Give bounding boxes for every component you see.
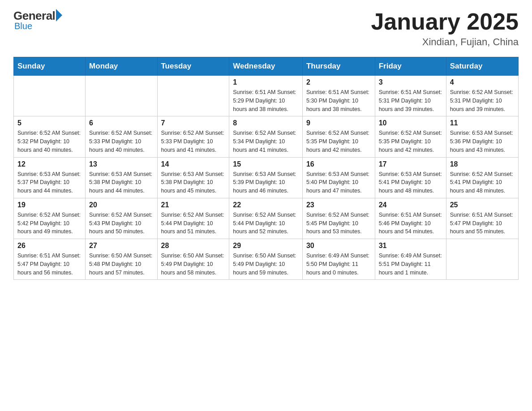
calendar-header-row: SundayMondayTuesdayWednesdayThursdayFrid…: [14, 57, 519, 76]
day-info: Sunrise: 6:53 AM Sunset: 5:38 PM Dayligh…: [89, 170, 153, 195]
calendar-cell: 9Sunrise: 6:52 AM Sunset: 5:35 PM Daylig…: [302, 116, 375, 157]
calendar-cell: 5Sunrise: 6:52 AM Sunset: 5:32 PM Daylig…: [14, 116, 86, 157]
day-info: Sunrise: 6:52 AM Sunset: 5:41 PM Dayligh…: [450, 170, 515, 195]
day-number: 23: [306, 201, 371, 209]
calendar-cell: 11Sunrise: 6:53 AM Sunset: 5:36 PM Dayli…: [446, 116, 518, 157]
calendar-cell: 1Sunrise: 6:51 AM Sunset: 5:29 PM Daylig…: [229, 76, 303, 116]
calendar-cell: 2Sunrise: 6:51 AM Sunset: 5:30 PM Daylig…: [302, 76, 375, 116]
day-info: Sunrise: 6:51 AM Sunset: 5:30 PM Dayligh…: [306, 88, 371, 113]
day-number: 26: [17, 242, 82, 250]
day-number: 9: [306, 119, 371, 127]
column-header-friday: Friday: [375, 57, 446, 76]
day-number: 17: [379, 160, 442, 168]
day-info: Sunrise: 6:52 AM Sunset: 5:44 PM Dayligh…: [161, 211, 226, 236]
calendar-cell: 6Sunrise: 6:52 AM Sunset: 5:33 PM Daylig…: [86, 116, 157, 157]
column-header-thursday: Thursday: [302, 57, 375, 76]
column-header-saturday: Saturday: [446, 57, 518, 76]
logo-blue-text: Blue: [14, 21, 32, 31]
day-info: Sunrise: 6:52 AM Sunset: 5:33 PM Dayligh…: [89, 129, 153, 154]
day-info: Sunrise: 6:52 AM Sunset: 5:44 PM Dayligh…: [233, 211, 299, 236]
day-info: Sunrise: 6:52 AM Sunset: 5:35 PM Dayligh…: [306, 129, 371, 154]
day-info: Sunrise: 6:51 AM Sunset: 5:47 PM Dayligh…: [17, 252, 82, 277]
day-info: Sunrise: 6:52 AM Sunset: 5:45 PM Dayligh…: [306, 211, 371, 236]
page-header: General Blue January 2025 Xindian, Fujia…: [13, 9, 519, 48]
calendar-week-row: 1Sunrise: 6:51 AM Sunset: 5:29 PM Daylig…: [14, 76, 519, 116]
calendar-cell: 18Sunrise: 6:52 AM Sunset: 5:41 PM Dayli…: [446, 157, 518, 198]
calendar-week-row: 19Sunrise: 6:52 AM Sunset: 5:42 PM Dayli…: [14, 198, 519, 239]
calendar-cell: 26Sunrise: 6:51 AM Sunset: 5:47 PM Dayli…: [14, 239, 86, 280]
calendar-table: SundayMondayTuesdayWednesdayThursdayFrid…: [13, 57, 519, 280]
calendar-cell: 22Sunrise: 6:52 AM Sunset: 5:44 PM Dayli…: [229, 198, 303, 239]
day-number: 20: [89, 201, 153, 209]
day-info: Sunrise: 6:52 AM Sunset: 5:33 PM Dayligh…: [161, 129, 226, 154]
calendar-cell: 3Sunrise: 6:51 AM Sunset: 5:31 PM Daylig…: [375, 76, 446, 116]
day-number: 12: [17, 160, 82, 168]
day-number: 28: [161, 242, 226, 250]
calendar-cell: 21Sunrise: 6:52 AM Sunset: 5:44 PM Dayli…: [157, 198, 229, 239]
day-number: 3: [379, 78, 442, 86]
day-number: 29: [233, 242, 299, 250]
day-number: 6: [89, 119, 153, 127]
day-number: 30: [306, 242, 371, 250]
day-number: 18: [450, 160, 515, 168]
column-header-wednesday: Wednesday: [229, 57, 303, 76]
day-number: 22: [233, 201, 299, 209]
calendar-cell: 15Sunrise: 6:53 AM Sunset: 5:39 PM Dayli…: [229, 157, 303, 198]
day-info: Sunrise: 6:50 AM Sunset: 5:49 PM Dayligh…: [233, 252, 299, 277]
day-number: 16: [306, 160, 371, 168]
calendar-cell: 28Sunrise: 6:50 AM Sunset: 5:49 PM Dayli…: [157, 239, 229, 280]
day-info: Sunrise: 6:53 AM Sunset: 5:37 PM Dayligh…: [17, 170, 82, 195]
calendar-cell: [14, 76, 86, 116]
month-year-title: January 2025: [371, 9, 519, 34]
calendar-cell: 27Sunrise: 6:50 AM Sunset: 5:48 PM Dayli…: [86, 239, 157, 280]
day-info: Sunrise: 6:53 AM Sunset: 5:36 PM Dayligh…: [450, 129, 515, 154]
calendar-cell: 16Sunrise: 6:53 AM Sunset: 5:40 PM Dayli…: [302, 157, 375, 198]
day-number: 11: [450, 119, 515, 127]
calendar-cell: 25Sunrise: 6:51 AM Sunset: 5:47 PM Dayli…: [446, 198, 518, 239]
calendar-cell: 29Sunrise: 6:50 AM Sunset: 5:49 PM Dayli…: [229, 239, 303, 280]
day-info: Sunrise: 6:51 AM Sunset: 5:46 PM Dayligh…: [379, 211, 442, 236]
day-number: 14: [161, 160, 226, 168]
day-info: Sunrise: 6:49 AM Sunset: 5:50 PM Dayligh…: [306, 252, 371, 277]
day-number: 13: [89, 160, 153, 168]
day-number: 19: [17, 201, 82, 209]
day-info: Sunrise: 6:53 AM Sunset: 5:39 PM Dayligh…: [233, 170, 299, 195]
column-header-tuesday: Tuesday: [157, 57, 229, 76]
column-header-sunday: Sunday: [14, 57, 86, 76]
calendar-cell: 13Sunrise: 6:53 AM Sunset: 5:38 PM Dayli…: [86, 157, 157, 198]
column-header-monday: Monday: [86, 57, 157, 76]
calendar-cell: 4Sunrise: 6:52 AM Sunset: 5:31 PM Daylig…: [446, 76, 518, 116]
location-subtitle: Xindian, Fujian, China: [371, 36, 519, 48]
day-info: Sunrise: 6:53 AM Sunset: 5:40 PM Dayligh…: [306, 170, 371, 195]
calendar-cell: [86, 76, 157, 116]
day-info: Sunrise: 6:50 AM Sunset: 5:49 PM Dayligh…: [161, 252, 226, 277]
day-number: 21: [161, 201, 226, 209]
day-number: 8: [233, 119, 299, 127]
day-info: Sunrise: 6:52 AM Sunset: 5:31 PM Dayligh…: [450, 88, 515, 113]
day-info: Sunrise: 6:51 AM Sunset: 5:29 PM Dayligh…: [233, 88, 299, 113]
calendar-cell: 7Sunrise: 6:52 AM Sunset: 5:33 PM Daylig…: [157, 116, 229, 157]
day-info: Sunrise: 6:53 AM Sunset: 5:41 PM Dayligh…: [379, 170, 442, 195]
calendar-cell: 20Sunrise: 6:52 AM Sunset: 5:43 PM Dayli…: [86, 198, 157, 239]
day-number: 27: [89, 242, 153, 250]
day-info: Sunrise: 6:50 AM Sunset: 5:48 PM Dayligh…: [89, 252, 153, 277]
calendar-cell: 19Sunrise: 6:52 AM Sunset: 5:42 PM Dayli…: [14, 198, 86, 239]
day-info: Sunrise: 6:52 AM Sunset: 5:34 PM Dayligh…: [233, 129, 299, 154]
calendar-week-row: 12Sunrise: 6:53 AM Sunset: 5:37 PM Dayli…: [14, 157, 519, 198]
day-number: 15: [233, 160, 299, 168]
day-number: 24: [379, 201, 442, 209]
day-number: 4: [450, 78, 515, 86]
day-number: 10: [379, 119, 442, 127]
calendar-week-row: 26Sunrise: 6:51 AM Sunset: 5:47 PM Dayli…: [14, 239, 519, 280]
title-block: January 2025 Xindian, Fujian, China: [371, 9, 519, 48]
day-info: Sunrise: 6:53 AM Sunset: 5:38 PM Dayligh…: [161, 170, 226, 195]
calendar-cell: 12Sunrise: 6:53 AM Sunset: 5:37 PM Dayli…: [14, 157, 86, 198]
calendar-cell: 8Sunrise: 6:52 AM Sunset: 5:34 PM Daylig…: [229, 116, 303, 157]
calendar-cell: 17Sunrise: 6:53 AM Sunset: 5:41 PM Dayli…: [375, 157, 446, 198]
calendar-cell: 10Sunrise: 6:52 AM Sunset: 5:35 PM Dayli…: [375, 116, 446, 157]
calendar-cell: 23Sunrise: 6:52 AM Sunset: 5:45 PM Dayli…: [302, 198, 375, 239]
day-info: Sunrise: 6:52 AM Sunset: 5:35 PM Dayligh…: [379, 129, 442, 154]
calendar-cell: 31Sunrise: 6:49 AM Sunset: 5:51 PM Dayli…: [375, 239, 446, 280]
calendar-cell: 30Sunrise: 6:49 AM Sunset: 5:50 PM Dayli…: [302, 239, 375, 280]
logo: General Blue: [13, 9, 62, 31]
